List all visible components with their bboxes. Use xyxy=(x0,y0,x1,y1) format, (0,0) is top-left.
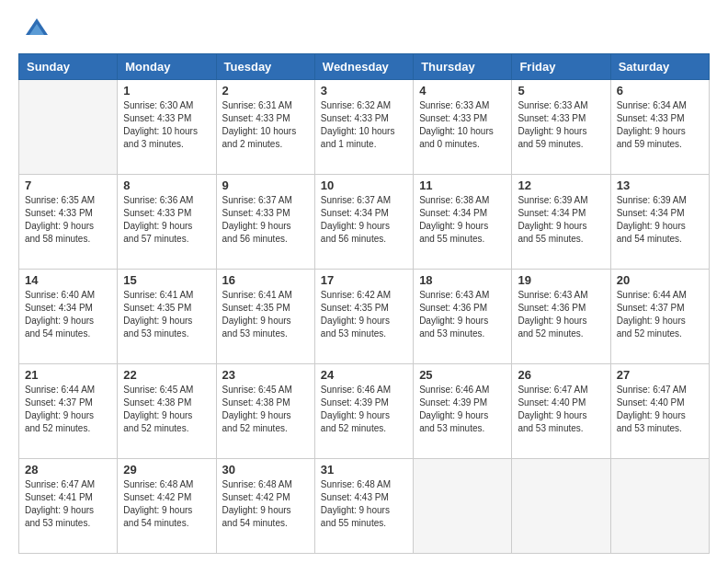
day-info: Sunrise: 6:32 AM Sunset: 4:33 PM Dayligh… xyxy=(321,99,407,151)
day-info: Sunrise: 6:45 AM Sunset: 4:38 PM Dayligh… xyxy=(123,384,210,435)
day-info: Sunrise: 6:45 AM Sunset: 4:38 PM Dayligh… xyxy=(222,384,309,435)
day-info: Sunrise: 6:42 AM Sunset: 4:35 PM Dayligh… xyxy=(321,289,407,340)
calendar-cell xyxy=(512,459,610,554)
day-number: 11 xyxy=(419,178,506,192)
calendar-cell: 15Sunrise: 6:41 AM Sunset: 4:35 PM Dayli… xyxy=(118,270,216,364)
calendar-cell: 31Sunrise: 6:48 AM Sunset: 4:43 PM Dayli… xyxy=(314,459,413,554)
day-info: Sunrise: 6:36 AM Sunset: 4:33 PM Dayligh… xyxy=(123,194,210,246)
day-number: 29 xyxy=(123,463,210,477)
day-info: Sunrise: 6:31 AM Sunset: 4:33 PM Dayligh… xyxy=(222,99,309,151)
day-number: 21 xyxy=(25,368,111,382)
calendar-cell: 1Sunrise: 6:30 AM Sunset: 4:33 PM Daylig… xyxy=(118,80,216,175)
day-info: Sunrise: 6:39 AM Sunset: 4:34 PM Dayligh… xyxy=(518,194,604,246)
calendar-cell xyxy=(414,459,512,554)
day-info: Sunrise: 6:35 AM Sunset: 4:33 PM Dayligh… xyxy=(25,194,111,246)
day-number: 26 xyxy=(518,368,604,382)
col-header-tuesday: Tuesday xyxy=(216,54,314,80)
calendar-cell: 6Sunrise: 6:34 AM Sunset: 4:33 PM Daylig… xyxy=(610,80,709,175)
col-header-wednesday: Wednesday xyxy=(314,54,413,80)
day-number: 17 xyxy=(321,273,407,287)
col-header-saturday: Saturday xyxy=(610,54,709,80)
day-number: 5 xyxy=(518,84,604,98)
day-number: 9 xyxy=(222,178,309,192)
day-number: 15 xyxy=(123,273,210,287)
calendar-cell: 2Sunrise: 6:31 AM Sunset: 4:33 PM Daylig… xyxy=(216,80,314,175)
day-number: 30 xyxy=(222,463,309,477)
day-info: Sunrise: 6:48 AM Sunset: 4:42 PM Dayligh… xyxy=(222,478,309,530)
col-header-sunday: Sunday xyxy=(19,54,118,80)
calendar-cell: 7Sunrise: 6:35 AM Sunset: 4:33 PM Daylig… xyxy=(19,175,118,270)
day-info: Sunrise: 6:43 AM Sunset: 4:36 PM Dayligh… xyxy=(419,289,506,340)
day-number: 22 xyxy=(123,368,210,382)
day-info: Sunrise: 6:44 AM Sunset: 4:37 PM Dayligh… xyxy=(25,384,111,435)
calendar-cell: 5Sunrise: 6:33 AM Sunset: 4:33 PM Daylig… xyxy=(512,80,610,175)
day-number: 16 xyxy=(222,273,309,287)
day-number: 24 xyxy=(321,368,407,382)
day-number: 20 xyxy=(617,273,703,287)
calendar-cell: 17Sunrise: 6:42 AM Sunset: 4:35 PM Dayli… xyxy=(314,270,413,364)
page: SundayMondayTuesdayWednesdayThursdayFrid… xyxy=(0,0,728,563)
day-number: 12 xyxy=(518,178,604,192)
day-number: 7 xyxy=(25,178,111,192)
calendar-cell: 25Sunrise: 6:46 AM Sunset: 4:39 PM Dayli… xyxy=(414,364,512,459)
col-header-monday: Monday xyxy=(118,54,216,80)
calendar-cell: 14Sunrise: 6:40 AM Sunset: 4:34 PM Dayli… xyxy=(19,270,118,364)
calendar-cell: 22Sunrise: 6:45 AM Sunset: 4:38 PM Dayli… xyxy=(118,364,216,459)
day-info: Sunrise: 6:40 AM Sunset: 4:34 PM Dayligh… xyxy=(25,289,111,340)
day-info: Sunrise: 6:41 AM Sunset: 4:35 PM Dayligh… xyxy=(222,289,309,340)
day-number: 10 xyxy=(321,178,407,192)
day-number: 14 xyxy=(25,273,111,287)
calendar-cell: 8Sunrise: 6:36 AM Sunset: 4:33 PM Daylig… xyxy=(118,175,216,270)
calendar-cell: 11Sunrise: 6:38 AM Sunset: 4:34 PM Dayli… xyxy=(414,175,512,270)
day-number: 2 xyxy=(222,84,309,98)
day-info: Sunrise: 6:37 AM Sunset: 4:33 PM Dayligh… xyxy=(222,194,309,246)
day-info: Sunrise: 6:47 AM Sunset: 4:40 PM Dayligh… xyxy=(518,384,604,435)
day-info: Sunrise: 6:47 AM Sunset: 4:41 PM Dayligh… xyxy=(25,478,111,530)
calendar-table: SundayMondayTuesdayWednesdayThursdayFrid… xyxy=(18,53,710,554)
day-number: 13 xyxy=(617,178,703,192)
header xyxy=(18,17,710,42)
day-info: Sunrise: 6:38 AM Sunset: 4:34 PM Dayligh… xyxy=(419,194,506,246)
logo-icon xyxy=(24,17,50,42)
col-header-thursday: Thursday xyxy=(414,54,512,80)
calendar-cell: 12Sunrise: 6:39 AM Sunset: 4:34 PM Dayli… xyxy=(512,175,610,270)
calendar-cell: 4Sunrise: 6:33 AM Sunset: 4:33 PM Daylig… xyxy=(414,80,512,175)
day-number: 18 xyxy=(419,273,506,287)
day-number: 19 xyxy=(518,273,604,287)
day-number: 25 xyxy=(419,368,506,382)
day-number: 3 xyxy=(321,84,407,98)
col-header-friday: Friday xyxy=(512,54,610,80)
calendar-cell xyxy=(610,459,709,554)
calendar-cell xyxy=(19,80,118,175)
day-info: Sunrise: 6:41 AM Sunset: 4:35 PM Dayligh… xyxy=(123,289,210,340)
calendar-cell: 19Sunrise: 6:43 AM Sunset: 4:36 PM Dayli… xyxy=(512,270,610,364)
day-info: Sunrise: 6:30 AM Sunset: 4:33 PM Dayligh… xyxy=(123,99,210,151)
calendar-cell: 29Sunrise: 6:48 AM Sunset: 4:42 PM Dayli… xyxy=(118,459,216,554)
day-info: Sunrise: 6:46 AM Sunset: 4:39 PM Dayligh… xyxy=(419,384,506,435)
calendar-cell: 28Sunrise: 6:47 AM Sunset: 4:41 PM Dayli… xyxy=(19,459,118,554)
logo xyxy=(18,17,50,42)
day-info: Sunrise: 6:48 AM Sunset: 4:42 PM Dayligh… xyxy=(123,478,210,530)
day-number: 28 xyxy=(25,463,111,477)
calendar-cell: 24Sunrise: 6:46 AM Sunset: 4:39 PM Dayli… xyxy=(314,364,413,459)
day-number: 8 xyxy=(123,178,210,192)
day-info: Sunrise: 6:39 AM Sunset: 4:34 PM Dayligh… xyxy=(617,194,703,246)
day-info: Sunrise: 6:37 AM Sunset: 4:34 PM Dayligh… xyxy=(321,194,407,246)
day-info: Sunrise: 6:33 AM Sunset: 4:33 PM Dayligh… xyxy=(419,99,506,151)
day-info: Sunrise: 6:43 AM Sunset: 4:36 PM Dayligh… xyxy=(518,289,604,340)
day-info: Sunrise: 6:44 AM Sunset: 4:37 PM Dayligh… xyxy=(617,289,703,340)
day-number: 6 xyxy=(617,84,703,98)
calendar-cell: 18Sunrise: 6:43 AM Sunset: 4:36 PM Dayli… xyxy=(414,270,512,364)
calendar-cell: 30Sunrise: 6:48 AM Sunset: 4:42 PM Dayli… xyxy=(216,459,314,554)
calendar-cell: 23Sunrise: 6:45 AM Sunset: 4:38 PM Dayli… xyxy=(216,364,314,459)
day-number: 31 xyxy=(321,463,407,477)
day-info: Sunrise: 6:48 AM Sunset: 4:43 PM Dayligh… xyxy=(321,478,407,530)
calendar-cell: 21Sunrise: 6:44 AM Sunset: 4:37 PM Dayli… xyxy=(19,364,118,459)
calendar-cell: 3Sunrise: 6:32 AM Sunset: 4:33 PM Daylig… xyxy=(314,80,413,175)
calendar-cell: 27Sunrise: 6:47 AM Sunset: 4:40 PM Dayli… xyxy=(610,364,709,459)
day-number: 27 xyxy=(617,368,703,382)
day-number: 4 xyxy=(419,84,506,98)
day-info: Sunrise: 6:33 AM Sunset: 4:33 PM Dayligh… xyxy=(518,99,604,151)
day-number: 23 xyxy=(222,368,309,382)
day-info: Sunrise: 6:47 AM Sunset: 4:40 PM Dayligh… xyxy=(617,384,703,435)
